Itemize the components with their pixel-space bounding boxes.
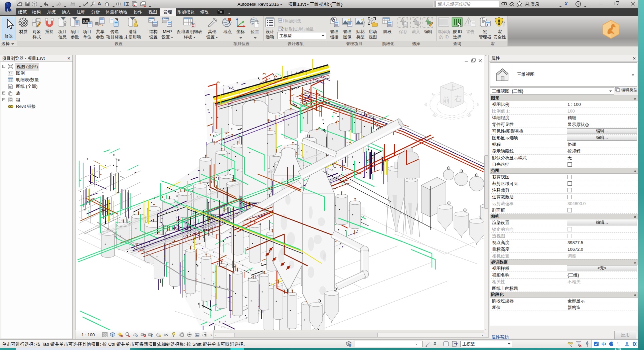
svg-text:?: ? [577, 2, 579, 6]
svg-text:前: 前 [443, 96, 450, 104]
svg-text:中: 中 [602, 341, 606, 347]
svg-text:1: 1 [93, 2, 95, 4]
svg-text:’,: ’, [617, 342, 620, 346]
svg-text:上: 上 [449, 83, 456, 92]
svg-text:0.0: 0.0 [83, 19, 88, 23]
svg-text:MEP: MEP [163, 18, 166, 20]
svg-text:右: 右 [454, 95, 462, 103]
